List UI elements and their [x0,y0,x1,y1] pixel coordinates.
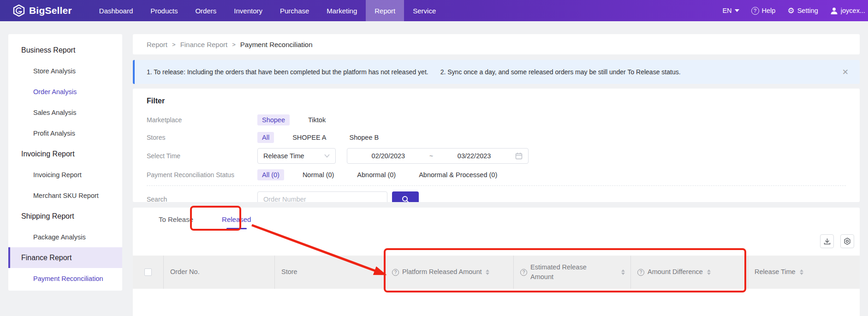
breadcrumb-current-page: Payment Reconciliation [240,41,313,48]
column-label: Amount Difference [648,267,703,277]
help-icon[interactable]: ? [392,269,399,276]
stores-option-shopee-a[interactable]: SHOPEE A [288,132,331,143]
status-option-all[interactable]: All (0) [257,169,284,180]
filter-row-search: Search [147,191,846,202]
release-tabs: To Release Released [133,208,860,233]
date-range-separator: ~ [429,152,433,160]
sidebar-item-sales-analysis[interactable]: Sales Analysis [8,102,122,123]
search-input[interactable] [257,191,387,202]
sidebar-item-store-analysis[interactable]: Store Analysis [8,60,122,81]
sidebar-item-invoicing-report[interactable]: Invoicing Report [8,164,122,185]
export-button[interactable] [820,234,834,248]
breadcrumb-report[interactable]: Report [147,41,167,48]
sidebar-item-profit-analysis[interactable]: Profit Analysis [8,123,122,143]
stores-label: Stores [147,134,257,141]
column-header-order-no: Order No. [164,256,275,289]
breadcrumb: Report > Finance Report > Payment Reconc… [133,34,860,54]
select-time-label: Select Time [147,152,257,160]
sidebar-item-business-report[interactable]: Business Report [8,40,122,60]
sidebar-item-payment-reconciliation[interactable]: Payment Reconciliation [8,268,122,289]
time-type-value: Release Time [263,152,304,160]
nav-item-marketing[interactable]: Marketing [318,0,366,21]
breadcrumb-separator: > [232,41,236,48]
status-option-abnormal-processed[interactable]: Abnormal & Processed (0) [414,169,502,180]
sort-icon[interactable] [621,269,625,275]
filter-row-stores: Stores All SHOPEE A Shopee B [147,131,846,144]
help-icon[interactable]: ? [520,269,527,276]
status-option-abnormal[interactable]: Abnormal (0) [352,169,400,180]
results-panel: To Release Released Order No. [133,208,860,316]
main-nav: Dashboard Products Orders Inventory Purc… [90,0,445,21]
filter-row-marketplace: Marketplace Shopee Tiktok [147,113,846,126]
help-menu[interactable]: ? Help [751,7,776,15]
column-label: Store [281,267,297,277]
search-label: Search [147,196,257,202]
time-type-select[interactable]: Release Time [257,148,336,164]
tab-released[interactable]: Released [222,215,251,225]
breadcrumb-finance-report[interactable]: Finance Report [180,41,228,48]
info-banner: 1. To release: Including the orders that… [133,60,860,84]
banner-text-2: 2. Sync once a day, and some released or… [440,68,681,76]
column-header-store: Store [275,256,386,289]
date-to-value[interactable]: 03/22/2023 [433,152,515,160]
download-icon [824,238,831,245]
nav-item-inventory[interactable]: Inventory [225,0,271,21]
tab-to-release[interactable]: To Release [159,215,193,225]
language-selector[interactable]: EN [722,7,739,14]
user-menu[interactable]: joycex... [830,7,865,15]
date-from-value[interactable]: 02/20/2023 [347,152,429,160]
chevron-down-icon [735,9,739,12]
search-icon [402,196,410,203]
brand[interactable]: BigSeller [0,5,90,17]
nav-item-dashboard[interactable]: Dashboard [90,0,142,21]
tab-released-label: Released [222,215,251,223]
sidebar-item-finance-report[interactable]: Finance Report [8,247,122,268]
filter-row-status: Payment Reconciliation Status All (0) No… [147,168,846,181]
setting-label: Setting [797,7,818,14]
column-settings-button[interactable] [840,234,854,248]
nav-item-orders[interactable]: Orders [186,0,225,21]
column-header-release-time: Release Time [748,256,860,289]
tab-active-underline [226,228,247,229]
select-all-checkbox[interactable] [144,268,152,276]
nav-item-report[interactable]: Report [366,0,404,21]
table-header-row: Order No. Store ? Platform Released Amou… [133,256,860,289]
sidebar-item-package-analysis[interactable]: Package Analysis [8,227,122,247]
sort-icon[interactable] [707,269,711,275]
sidebar-item-order-analysis[interactable]: Order Analysis [8,81,122,102]
language-label: EN [722,7,731,14]
close-icon[interactable]: ✕ [842,67,849,77]
marketplace-label: Marketplace [147,116,257,124]
marketplace-option-tiktok[interactable]: Tiktok [303,114,330,125]
user-icon [830,7,838,15]
marketplace-option-shopee[interactable]: Shopee [257,114,290,125]
gear-icon: ⚙ [787,7,794,15]
sort-icon[interactable] [486,269,489,275]
report-sidebar: Business Report Store Analysis Order Ana… [8,34,122,291]
column-header-estimated-release-amount: ? Estimated Release Amount [514,256,631,289]
stores-option-shopee-b[interactable]: Shopee B [345,132,383,143]
brand-name: BigSeller [29,5,72,16]
stores-option-all[interactable]: All [257,132,274,143]
search-button[interactable] [392,191,419,202]
status-option-normal[interactable]: Normal (0) [298,169,339,180]
date-range-picker[interactable]: 02/20/2023 ~ 03/22/2023 [347,148,529,164]
help-label: Help [762,7,776,14]
sidebar-item-shipping-report[interactable]: Shipping Report [8,206,122,227]
sidebar-item-invoicing-report-section[interactable]: Invoicing Report [8,143,122,164]
help-icon[interactable]: ? [637,269,644,276]
nav-item-products[interactable]: Products [142,0,186,21]
sort-icon[interactable] [800,269,803,275]
nav-item-purchase[interactable]: Purchase [271,0,318,21]
column-label: Platform Released Amount [402,267,482,277]
banner-text-1: 1. To release: Including the orders that… [147,68,428,76]
select-all-cell [133,256,164,289]
setting-menu[interactable]: ⚙ Setting [787,7,818,15]
navbar-right: EN ? Help ⚙ Setting joycex... [722,7,868,15]
column-label: Order No. [170,267,200,277]
breadcrumb-separator: > [172,41,176,48]
sidebar-item-merchant-sku-report[interactable]: Merchant SKU Report [8,185,122,206]
nav-item-service[interactable]: Service [404,0,445,21]
filter-title: Filter [147,97,846,105]
username-label: joycex... [841,7,865,14]
